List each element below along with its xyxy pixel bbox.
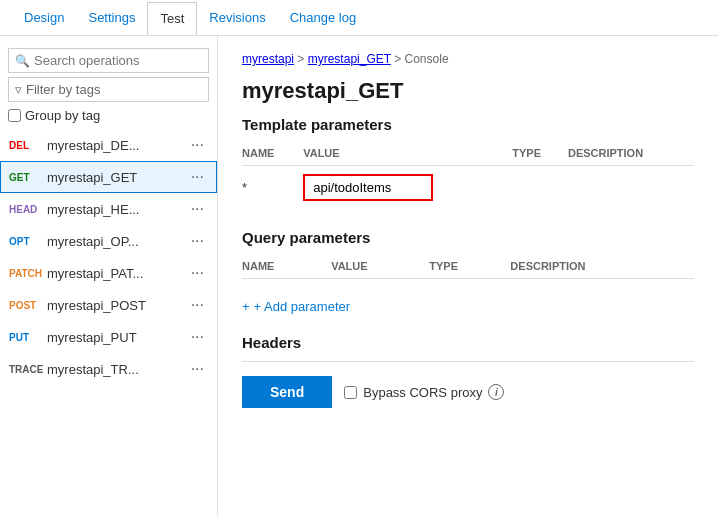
param-value-cell [303, 166, 512, 210]
sidebar-item-name-trace: myrestapi_TR... [47, 362, 187, 377]
param-value-input[interactable] [303, 174, 433, 201]
param-description [568, 166, 694, 210]
param-name: * [242, 166, 303, 210]
sidebar-item-name-head: myrestapi_HE... [47, 202, 187, 217]
filter-label: Filter by tags [26, 82, 100, 97]
page-title: myrestapi_GET [242, 78, 694, 104]
method-badge-head: HEAD [9, 204, 47, 215]
qcol-name: NAME [242, 256, 331, 279]
sidebar-item-trace[interactable]: TRACE myrestapi_TR... ··· [0, 353, 217, 385]
col-description: DESCRIPTION [568, 143, 694, 166]
filter-box[interactable]: ▿ Filter by tags [8, 77, 209, 102]
qcol-type: TYPE [429, 256, 510, 279]
col-value: VALUE [303, 143, 512, 166]
group-by-tag-checkbox[interactable] [8, 109, 21, 122]
sidebar-item-post[interactable]: POST myrestapi_POST ··· [0, 289, 217, 321]
filter-icon: ▿ [15, 82, 22, 97]
sidebar-item-name-post: myrestapi_POST [47, 298, 187, 313]
col-name: NAME [242, 143, 303, 166]
search-icon: 🔍 [15, 54, 30, 68]
sidebar-item-name-patch: myrestapi_PAT... [47, 266, 187, 281]
headers-divider [242, 361, 694, 362]
method-badge-post: POST [9, 300, 47, 311]
qcol-value: VALUE [331, 256, 429, 279]
dots-menu-patch[interactable]: ··· [187, 264, 208, 282]
breadcrumb-api[interactable]: myrestapi [242, 52, 294, 66]
add-icon: + [242, 299, 250, 314]
method-badge-trace: TRACE [9, 364, 47, 375]
method-badge-patch: PATCH [9, 268, 47, 279]
bypass-cors-label: Bypass CORS proxy [363, 385, 482, 400]
dots-menu-put[interactable]: ··· [187, 328, 208, 346]
dots-menu-head[interactable]: ··· [187, 200, 208, 218]
breadcrumb-operation[interactable]: myrestapi_GET [308, 52, 391, 66]
top-nav: Design Settings Test Revisions Change lo… [0, 0, 718, 36]
tab-changelog[interactable]: Change log [278, 2, 369, 33]
sidebar-item-patch[interactable]: PATCH myrestapi_PAT... ··· [0, 257, 217, 289]
tab-revisions[interactable]: Revisions [197, 2, 277, 33]
sidebar-item-del[interactable]: DEL myrestapi_DE... ··· [0, 129, 217, 161]
sidebar-item-head[interactable]: HEAD myrestapi_HE... ··· [0, 193, 217, 225]
info-icon[interactable]: i [488, 384, 504, 400]
tab-test[interactable]: Test [147, 2, 197, 35]
content-area: myrestapi > myrestapi_GET > Console myre… [218, 36, 718, 516]
method-badge-del: DEL [9, 140, 47, 151]
sidebar-item-name-opt: myrestapi_OP... [47, 234, 187, 249]
send-button[interactable]: Send [242, 376, 332, 408]
group-by-tag[interactable]: Group by tag [8, 108, 209, 123]
method-badge-get: GET [9, 172, 47, 183]
headers-title: Headers [242, 334, 694, 351]
tab-design[interactable]: Design [12, 2, 76, 33]
sidebar-item-name-get: myrestapi_GET [47, 170, 187, 185]
sidebar-item-put[interactable]: PUT myrestapi_PUT ··· [0, 321, 217, 353]
main-layout: 🔍 ▿ Filter by tags Group by tag DEL myre… [0, 36, 718, 516]
breadcrumb-sep1: > [297, 52, 307, 66]
sidebar-item-get[interactable]: GET myrestapi_GET ··· [0, 161, 217, 193]
dots-menu-trace[interactable]: ··· [187, 360, 208, 378]
group-by-tag-label: Group by tag [25, 108, 100, 123]
template-params-table: NAME VALUE TYPE DESCRIPTION * [242, 143, 694, 209]
dots-menu-opt[interactable]: ··· [187, 232, 208, 250]
sidebar-item-name-put: myrestapi_PUT [47, 330, 187, 345]
param-type [512, 166, 568, 210]
dots-menu-del[interactable]: ··· [187, 136, 208, 154]
breadcrumb-console: Console [405, 52, 449, 66]
table-row: * [242, 166, 694, 210]
search-input[interactable] [34, 53, 202, 68]
template-params-title: Template parameters [242, 116, 694, 133]
method-badge-put: PUT [9, 332, 47, 343]
bypass-cors-container: Bypass CORS proxy i [344, 384, 504, 400]
dots-menu-get[interactable]: ··· [187, 168, 208, 186]
add-param-button[interactable]: + + Add parameter [242, 299, 694, 314]
query-params-title: Query parameters [242, 229, 694, 246]
add-param-label: + Add parameter [254, 299, 350, 314]
sidebar-item-opt[interactable]: OPT myrestapi_OP... ··· [0, 225, 217, 257]
qcol-description: DESCRIPTION [510, 256, 694, 279]
tab-settings[interactable]: Settings [76, 2, 147, 33]
breadcrumb: myrestapi > myrestapi_GET > Console [242, 52, 694, 66]
sidebar: 🔍 ▿ Filter by tags Group by tag DEL myre… [0, 36, 218, 516]
method-badge-opt: OPT [9, 236, 47, 247]
col-type: TYPE [512, 143, 568, 166]
send-section: Send Bypass CORS proxy i [242, 376, 694, 408]
breadcrumb-sep2: > [394, 52, 404, 66]
bypass-cors-checkbox[interactable] [344, 386, 357, 399]
query-params-table: NAME VALUE TYPE DESCRIPTION [242, 256, 694, 279]
dots-menu-post[interactable]: ··· [187, 296, 208, 314]
sidebar-item-name-del: myrestapi_DE... [47, 138, 187, 153]
search-box[interactable]: 🔍 [8, 48, 209, 73]
